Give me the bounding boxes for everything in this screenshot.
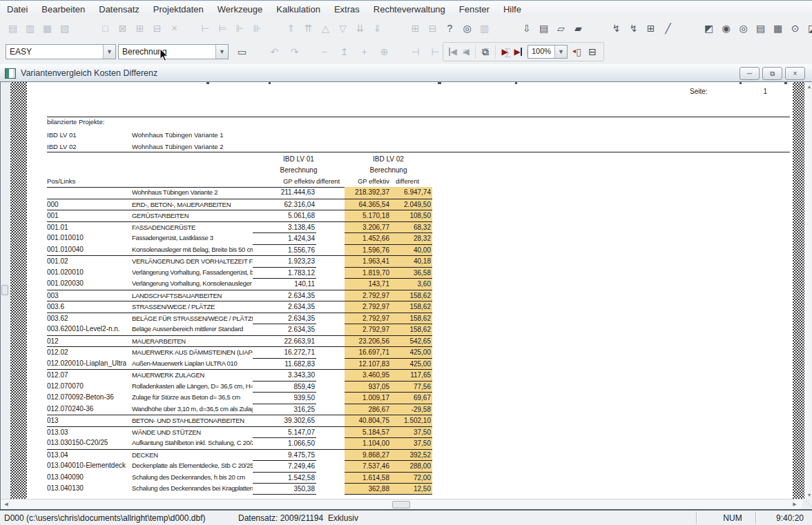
pattern-icon[interactable]: ⊞ <box>642 21 659 36</box>
row-gp1: 2.634,35 <box>253 301 316 313</box>
undo-icon[interactable]: ↶ <box>266 44 283 59</box>
open-folder-icon[interactable]: ▭ <box>233 44 251 59</box>
move-last-icon[interactable]: ⇓ <box>369 21 386 36</box>
remove-row-icon[interactable]: − <box>316 44 333 59</box>
start-button[interactable]: ▶ <box>499 44 511 59</box>
outline-promote-icon[interactable]: ⊩ <box>231 21 249 36</box>
copy-pages-button[interactable]: ⧉ <box>478 44 492 59</box>
go-previous-button[interactable]: ◀ <box>460 44 472 59</box>
profile-combobox-dropdown-button[interactable]: ▼ <box>103 45 115 59</box>
outline-demote-icon[interactable]: ⊪ <box>249 21 266 36</box>
settings-doc-icon[interactable]: ◪ <box>804 21 812 36</box>
row-text: Wandhöhe über 3,10 m, d=36,5 cm als Zula… <box>132 404 253 415</box>
cut-icon[interactable]: ⊠ <box>114 21 131 36</box>
pos-links-header: Pos/Links <box>47 176 132 187</box>
zoom-combobox-dropdown-button[interactable]: ▼ <box>554 46 567 58</box>
window-icon[interactable]: ⊞ <box>407 21 424 36</box>
page-number-label: Seite: <box>690 88 708 95</box>
catalog-icon[interactable]: ▤ <box>752 21 769 36</box>
balanced-projects-label: bilanzierte Projekte: <box>47 118 104 126</box>
indent-decrease-icon[interactable]: ⊣ <box>407 44 424 59</box>
move-first-icon[interactable]: ⇑ <box>282 21 300 36</box>
db-find-icon[interactable]: ◎ <box>735 21 752 36</box>
row-text: Konsolenausleger mit Belag, Breite bis 5… <box>132 244 253 256</box>
menu-item-datensatz[interactable]: Datensatz <box>92 3 146 16</box>
memo-edit-icon[interactable]: ▱ <box>552 21 570 36</box>
picture-view-icon[interactable]: ▦ <box>39 21 56 36</box>
insert-above-icon[interactable]: ↥ <box>336 44 353 59</box>
minimize-button[interactable]: ─ <box>740 67 760 80</box>
move-down-icon[interactable]: ▽ <box>334 21 351 36</box>
scroll-down-button[interactable]: ▼ <box>805 491 812 499</box>
view-combobox-dropdown-button[interactable]: ▼ <box>215 45 228 59</box>
notebook-icon[interactable]: ▤ <box>535 21 552 36</box>
search-icon[interactable]: ◎ <box>458 21 476 36</box>
insert-special-icon[interactable]: ⊕ <box>376 44 393 59</box>
document-edit-icon[interactable]: ▰ <box>570 21 587 36</box>
link-icon[interactable]: ↯ <box>608 21 625 36</box>
go-last-button[interactable]: ▶ <box>511 44 523 59</box>
db-search-icon[interactable]: ◉ <box>717 21 735 36</box>
view-combobox[interactable]: Berechnung ▼ <box>118 44 229 59</box>
menu-item-kalkulation[interactable]: Kalkulation <box>269 3 327 16</box>
menu-item-datei[interactable]: Datei <box>0 3 35 16</box>
pencil-icon[interactable]: ╱ <box>659 21 677 36</box>
zoom-combobox[interactable]: 100% ▼ <box>528 45 568 59</box>
menu-item-bearbeiten[interactable]: Bearbeiten <box>35 3 92 16</box>
row-pos: 003.6 <box>47 301 132 313</box>
table-row: 001.02VERLÄNGERUNG DER VORHALTEZEIT FÜR1… <box>47 255 432 267</box>
outline-insert-icon[interactable]: ⊢ <box>197 21 214 36</box>
row-diff2: 12,50 <box>391 483 432 495</box>
row-pos: 001 <box>47 210 132 221</box>
new-record-icon[interactable]: □ <box>97 21 114 36</box>
print-icon[interactable]: ⊟ <box>424 21 441 36</box>
list-edit-icon[interactable]: ▦ <box>769 21 786 36</box>
row-gp1: 5.061,68 <box>253 210 316 221</box>
chart-edit-icon[interactable]: ◩ <box>700 21 717 36</box>
outline-sub-icon[interactable]: ⊨ <box>214 21 231 36</box>
menu-item-extras[interactable]: Extras <box>327 3 367 16</box>
row-diff1 <box>316 290 345 301</box>
table-row: 001GERÜSTARBEITEN5.061,685.170,18108,50 <box>47 210 432 221</box>
menu-item-projektdaten[interactable]: Projektdaten <box>146 3 211 16</box>
menu-item-werkzeuge[interactable]: Werkzeuge <box>211 3 270 16</box>
layout-icon[interactable]: ▥ <box>476 21 493 36</box>
row-diff1 <box>316 187 345 199</box>
move-down-fast-icon[interactable]: ⇊ <box>351 21 369 36</box>
vertical-scrollbar[interactable]: ▲ ▼ <box>804 82 812 499</box>
go-first-button[interactable]: ◀ <box>447 44 460 59</box>
redo-icon[interactable]: ↷ <box>286 44 303 59</box>
indent-increase-icon[interactable]: ⊢ <box>427 44 444 59</box>
move-up-fast-icon[interactable]: ⇈ <box>300 21 317 36</box>
close-preview-button[interactable]: ▯◂ <box>572 44 586 59</box>
data-export-icon[interactable]: ⇩ <box>518 21 535 36</box>
restore-button[interactable]: ⧉ <box>762 67 782 80</box>
row-diff2: 108,50 <box>391 210 432 221</box>
horizontal-scrollbar[interactable]: ◀ ▶ <box>1 499 802 509</box>
table-row: 012.070092-Beton-36Zulage für Stürze aus… <box>47 392 432 404</box>
table-row: 013.040090Schalung des Deckenrandes, h b… <box>47 472 432 484</box>
scroll-left-button[interactable]: ◀ <box>2 500 10 508</box>
scroll-right-button[interactable]: ▶ <box>791 500 799 508</box>
doc-search-icon[interactable]: ⊙ <box>786 21 804 36</box>
paste-icon[interactable]: ⊟ <box>148 21 166 36</box>
move-up-icon[interactable]: △ <box>317 21 334 36</box>
menu-item-rechteverwaltung[interactable]: Rechteverwaltung <box>367 3 452 16</box>
preview-image-icon[interactable]: ▤ <box>4 21 21 36</box>
horizontal-scrollbar-thumb[interactable] <box>392 501 410 508</box>
help-icon[interactable]: ? <box>441 21 458 36</box>
close-button[interactable]: × <box>785 67 805 80</box>
vertical-scrollbar-thumb[interactable] <box>1 285 8 295</box>
profile-combobox[interactable]: EASY ▼ <box>6 44 116 59</box>
menu-item-hilfe[interactable]: Hilfe <box>496 3 528 16</box>
scroll-up-button[interactable]: ▲ <box>805 82 812 90</box>
delete-icon[interactable]: × <box>166 21 183 36</box>
report-view-icon[interactable]: ▥ <box>21 21 39 36</box>
menu-item-fenster[interactable]: Fenster <box>452 3 496 16</box>
project-name: Wohnhaus Tübingen Variante 2 <box>132 143 224 150</box>
unlink-icon[interactable]: ↯ <box>625 21 642 36</box>
print-preview-button[interactable]: ⊟ <box>586 44 599 59</box>
copy-icon[interactable]: ⊞ <box>131 21 148 36</box>
address-book-icon[interactable]: ▧ <box>56 21 73 36</box>
insert-row-icon[interactable]: + <box>356 44 373 59</box>
